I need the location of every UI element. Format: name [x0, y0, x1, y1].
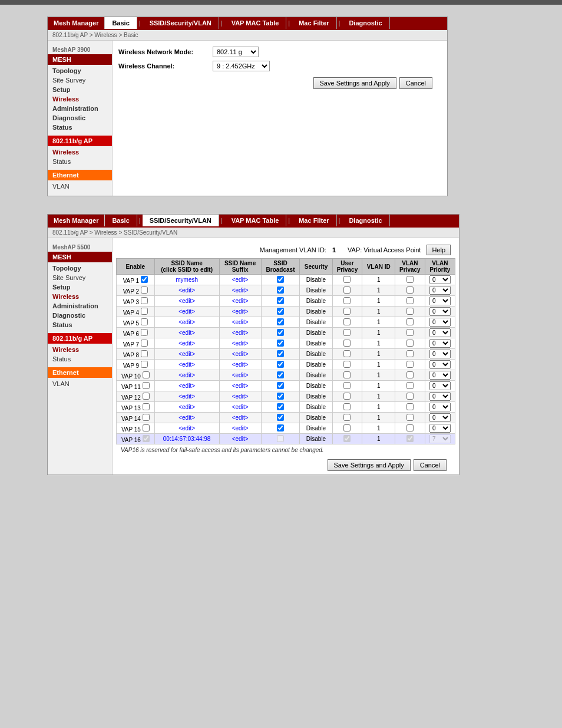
td-enable-16[interactable]: VAP 16 — [117, 434, 155, 444]
td-enable-7[interactable]: VAP 7 — [117, 338, 155, 349]
checkbox-vlan-priv-8[interactable] — [406, 350, 414, 357]
checkbox-broadcast-16[interactable] — [277, 435, 284, 442]
checkbox-user-priv-2[interactable] — [343, 286, 351, 294]
checkbox-broadcast-8[interactable] — [277, 350, 284, 357]
td-user-priv-16[interactable] — [332, 434, 362, 444]
checkbox-enable-8[interactable] — [141, 350, 148, 357]
td-vlan-prio-6[interactable]: 01234567 — [425, 328, 455, 338]
panel2-tab-basic[interactable]: Basic — [105, 215, 137, 226]
sidebar1-bg-status[interactable]: Status — [48, 157, 112, 166]
select-vlan-prio-3[interactable]: 01234567 — [429, 297, 451, 305]
suffix-link-14[interactable]: <edit> — [232, 414, 249, 421]
checkbox-vlan-priv-6[interactable] — [406, 329, 414, 336]
td-user-priv-1[interactable] — [332, 275, 362, 285]
ssid-link-4[interactable]: <edit> — [178, 308, 195, 315]
td-vlan-prio-3[interactable]: 01234567 — [425, 296, 455, 307]
checkbox-broadcast-1[interactable] — [277, 276, 284, 283]
checkbox-enable-6[interactable] — [141, 329, 148, 336]
ssid-link-7[interactable]: <edit> — [178, 340, 195, 347]
panel2-cancel-btn[interactable]: Cancel — [414, 459, 447, 471]
checkbox-enable-16[interactable] — [143, 435, 150, 442]
checkbox-broadcast-15[interactable] — [277, 424, 284, 431]
checkbox-vlan-priv-12[interactable] — [406, 393, 414, 400]
td-broadcast-2[interactable] — [261, 285, 300, 296]
td-vlan-prio-15[interactable]: 01234567 — [425, 423, 455, 434]
td-user-priv-4[interactable] — [332, 307, 362, 317]
td-ssid-7[interactable]: <edit> — [154, 338, 219, 349]
td-enable-15[interactable]: VAP 15 — [117, 423, 155, 434]
td-broadcast-10[interactable] — [261, 370, 300, 381]
select-vlan-prio-14[interactable]: 01234567 — [429, 413, 451, 422]
checkbox-user-priv-1[interactable] — [343, 276, 351, 283]
checkbox-user-priv-13[interactable] — [343, 403, 351, 410]
ssid-link-16[interactable]: 00:14:67:03:44:98 — [163, 436, 211, 442]
td-enable-3[interactable]: VAP 3 — [117, 296, 155, 307]
suffix-link-16[interactable]: <edit> — [232, 436, 249, 442]
sidebar1-vlan[interactable]: VLAN — [48, 182, 112, 191]
select-vlan-prio-4[interactable]: 01234567 — [429, 307, 451, 316]
td-enable-4[interactable]: VAP 4 — [117, 307, 155, 317]
td-ssid-8[interactable]: <edit> — [154, 349, 219, 360]
checkbox-enable-11[interactable] — [143, 382, 150, 389]
ssid-link-3[interactable]: <edit> — [178, 298, 195, 304]
td-ssid-14[interactable]: <edit> — [154, 413, 219, 423]
td-vlan-priv-15[interactable] — [395, 423, 425, 434]
suffix-link-10[interactable]: <edit> — [232, 372, 249, 378]
checkbox-enable-12[interactable] — [143, 393, 150, 400]
suffix-link-15[interactable]: <edit> — [232, 425, 249, 431]
suffix-link-12[interactable]: <edit> — [232, 393, 249, 400]
td-ssid-2[interactable]: <edit> — [154, 285, 219, 296]
td-suffix-2[interactable]: <edit> — [219, 285, 261, 296]
td-vlan-prio-1[interactable]: 01234567 — [425, 275, 455, 285]
panel1-tab-basic[interactable]: Basic — [105, 17, 137, 29]
td-broadcast-16[interactable] — [261, 434, 300, 444]
sidebar2-diagnostic[interactable]: Diagnostic — [48, 311, 112, 320]
select-vlan-prio-15[interactable]: 01234567 — [429, 424, 451, 433]
panel1-network-mode-select[interactable]: 802.11 g 802.11 b 802.11 b/g — [213, 47, 259, 57]
checkbox-user-priv-5[interactable] — [343, 318, 351, 325]
td-user-priv-5[interactable] — [332, 317, 362, 328]
select-vlan-prio-16[interactable]: 01234567 — [429, 434, 451, 443]
suffix-link-6[interactable]: <edit> — [232, 330, 249, 336]
select-vlan-prio-1[interactable]: 01234567 — [429, 275, 451, 284]
ssid-link-2[interactable]: <edit> — [178, 287, 195, 294]
td-broadcast-11[interactable] — [261, 381, 300, 391]
td-ssid-3[interactable]: <edit> — [154, 296, 219, 307]
ssid-link-6[interactable]: <edit> — [178, 330, 195, 336]
checkbox-user-priv-6[interactable] — [343, 329, 351, 336]
panel2-help-btn[interactable]: Help — [427, 245, 451, 255]
td-suffix-6[interactable]: <edit> — [219, 328, 261, 338]
td-suffix-5[interactable]: <edit> — [219, 317, 261, 328]
select-vlan-prio-2[interactable]: 01234567 — [429, 286, 451, 295]
sidebar2-bg-wireless[interactable]: Wireless — [48, 345, 112, 354]
checkbox-user-priv-11[interactable] — [343, 382, 351, 389]
checkbox-vlan-priv-11[interactable] — [406, 382, 414, 389]
checkbox-broadcast-9[interactable] — [277, 361, 284, 368]
ssid-link-9[interactable]: <edit> — [178, 361, 195, 368]
sidebar2-vlan[interactable]: VLAN — [48, 379, 112, 388]
td-ssid-1[interactable]: mymesh — [154, 275, 219, 285]
td-suffix-14[interactable]: <edit> — [219, 413, 261, 423]
checkbox-broadcast-10[interactable] — [277, 371, 284, 378]
suffix-link-11[interactable]: <edit> — [232, 383, 249, 389]
ssid-link-1[interactable]: mymesh — [176, 276, 198, 283]
panel2-tab-vap-mac[interactable]: VAP MAC Table — [224, 215, 287, 226]
ssid-link-14[interactable]: <edit> — [178, 414, 195, 421]
checkbox-vlan-priv-1[interactable] — [406, 276, 414, 283]
td-vlan-prio-5[interactable]: 01234567 — [425, 317, 455, 328]
suffix-link-5[interactable]: <edit> — [232, 319, 249, 325]
ssid-link-12[interactable]: <edit> — [178, 393, 195, 400]
checkbox-enable-4[interactable] — [141, 308, 148, 315]
checkbox-vlan-priv-5[interactable] — [406, 318, 414, 325]
checkbox-vlan-priv-9[interactable] — [406, 361, 414, 368]
td-user-priv-14[interactable] — [332, 413, 362, 423]
sidebar1-site-survey[interactable]: Site Survey — [48, 75, 112, 85]
td-vlan-priv-6[interactable] — [395, 328, 425, 338]
td-suffix-12[interactable]: <edit> — [219, 391, 261, 402]
td-user-priv-10[interactable] — [332, 370, 362, 381]
ssid-link-13[interactable]: <edit> — [178, 404, 195, 410]
ssid-link-11[interactable]: <edit> — [178, 383, 195, 389]
td-vlan-prio-13[interactable]: 01234567 — [425, 402, 455, 413]
ssid-link-10[interactable]: <edit> — [178, 372, 195, 378]
checkbox-user-priv-7[interactable] — [343, 340, 351, 347]
